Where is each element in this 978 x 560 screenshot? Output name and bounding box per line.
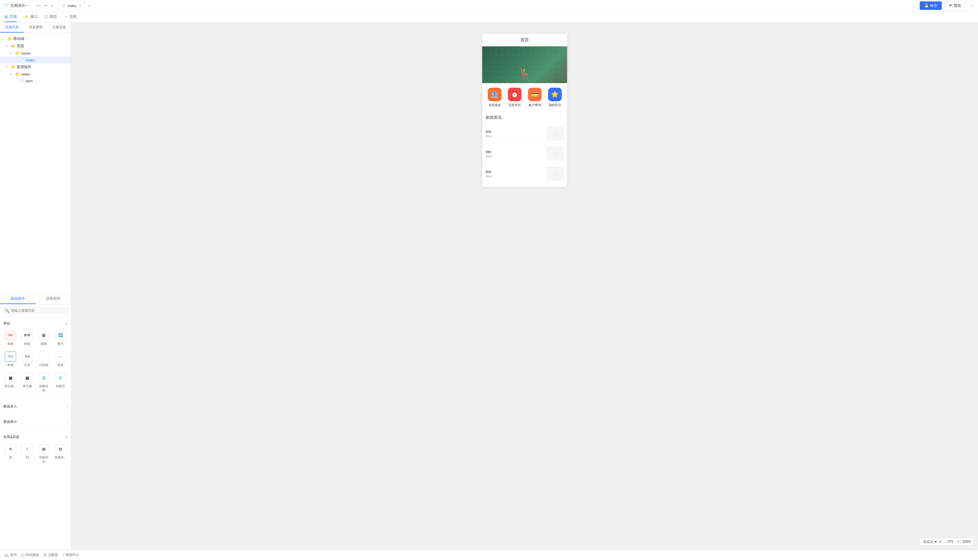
section-divider-1: [0, 399, 71, 399]
tree-folder-news-icon: 📁: [15, 72, 20, 77]
bottom-left: 📖 读书 { } 代码预览 ☰ 元数据 ? 帮助中心: [5, 553, 79, 557]
comp-section-layout-title: 布局&容器: [3, 435, 19, 440]
news-item-2[interactable]: title desc ⬚: [486, 144, 564, 164]
zoom-percent-label: 100%: [962, 540, 971, 543]
comp-item-col[interactable]: ⫶ 列: [20, 442, 35, 465]
zoom-preset-select[interactable]: 自定义: [922, 539, 938, 544]
tab-element-layer[interactable]: 元素层级: [47, 23, 71, 33]
tab-page-logic[interactable]: 页面逻辑: [24, 23, 48, 33]
comp-section-data-display-title: 数据展示: [3, 420, 17, 424]
comp-item-row[interactable]: ≡ 排: [3, 442, 18, 465]
bottom-item-read[interactable]: 📖 读书: [5, 553, 17, 557]
comp-section-basic-title: 基础: [3, 321, 10, 326]
save-icon: 💾: [924, 3, 929, 8]
single-grid-full-label: 单元格...: [5, 384, 17, 388]
comp-section-data-entry-header[interactable]: 数据录入 ›: [3, 402, 68, 411]
subnav-page-label: 页面: [10, 14, 17, 19]
comp-item-grid-b[interactable]: ⊟ 宫格布...: [53, 442, 68, 465]
comp-collapse-layout-icon[interactable]: ∨: [65, 435, 68, 439]
api-icon: ⚡: [24, 15, 28, 19]
subnav-item-api[interactable]: ⚡ 接口: [24, 12, 38, 22]
bottom-item-help[interactable]: ? 帮助中心: [63, 553, 79, 557]
phone-title: 首页: [521, 37, 529, 42]
icon-item-my-follows[interactable]: ⭐ 我的关注: [548, 88, 562, 107]
comp-item-icon-comp[interactable]: ⊞ 图标: [37, 328, 51, 348]
icon-item-all-funds[interactable]: 🏦 全部基金: [488, 88, 501, 107]
icon-item-account-query[interactable]: 💳 账户查询: [528, 88, 542, 107]
more-button[interactable]: ···: [968, 2, 975, 10]
meta-data-icon: ☰: [43, 553, 47, 557]
load-more-label: 加载页: [56, 384, 65, 388]
search-input[interactable]: [11, 308, 67, 313]
line-icon: —: [55, 352, 66, 362]
comp-item-line[interactable]: — 线条: [53, 350, 68, 369]
subnav: ⊞ 页面 ⚡ 接口 ⬡ 模型 → 流程: [0, 11, 978, 23]
tree-arrow-home: ▾: [10, 52, 14, 55]
bottom-item-meta-data[interactable]: ☰ 元数据: [43, 553, 58, 557]
page-icon: ⊞: [5, 15, 8, 19]
icon-label-my-follows: 我的关注: [549, 103, 561, 107]
comp-item-load-more[interactable]: ⊙ 加载页: [53, 371, 68, 394]
main-layout: 页面列表 页面逻辑 元素层级 ▾ 📁 移动端 ▾ 📁 页面 ▾ 📁 home: [0, 23, 978, 550]
preview-button[interactable]: 👁 预览: [944, 1, 966, 10]
zoom-width-input[interactable]: [945, 540, 956, 543]
redo-button[interactable]: ↪: [43, 2, 49, 9]
comp-item-single-grid[interactable]: ▦ 单元格: [20, 371, 35, 394]
tree-item-mobile[interactable]: ▾ 📁 移动端: [0, 35, 71, 42]
search-icon: 🔍: [5, 308, 9, 313]
bottom-item-code-preview[interactable]: { } 代码预览: [21, 553, 39, 557]
comp-item-badge[interactable]: 99+ 角标: [3, 328, 18, 348]
tree-item-reusable[interactable]: ▾ 📁 复用组件: [0, 63, 71, 71]
tab-page-list[interactable]: 页面列表: [0, 23, 24, 33]
subnav-item-flow[interactable]: → 流程: [63, 12, 77, 22]
tab-index[interactable]: 📄 index ×: [58, 0, 85, 11]
tab-collapse-icon[interactable]: «: [51, 3, 53, 8]
zoom-arrow-icon: ∧: [939, 540, 941, 543]
news-item-3[interactable]: title desc ⬚: [486, 164, 564, 183]
comp-tab-basic[interactable]: 基础组件: [0, 294, 36, 304]
comp-collapse-basic-icon[interactable]: ∨: [65, 321, 68, 325]
load-more-icon: ⊙: [55, 373, 66, 383]
tree-item-pages[interactable]: ▾ 📁 页面: [0, 42, 71, 50]
phone-frame: 首页 🦌 🏦 全部基金 ⏰ 定投专区 💳 账户查询: [482, 34, 567, 187]
comp-item-tag[interactable]: TAG 标签: [3, 350, 18, 369]
topbar-title: 文档演示一: [10, 3, 29, 8]
comp-item-grid-a[interactable]: ⊞ 宫格布局: [37, 442, 51, 465]
comp-item-single-grid-full[interactable]: ▦ 单元格...: [3, 371, 18, 394]
tab-close-icon[interactable]: ×: [79, 4, 81, 8]
undo-button[interactable]: ↩: [36, 2, 42, 9]
tree-item-home[interactable]: ▾ 📁 home: [0, 50, 71, 57]
tree-file-item-icon: 📄: [20, 78, 25, 83]
comp-item-image[interactable]: 🖼 图片: [53, 328, 68, 348]
icon-item-fixed-invest[interactable]: ⏰ 定投专区: [508, 88, 522, 107]
news-text-2: title desc: [486, 150, 544, 158]
code-preview-label: 代码预览: [25, 553, 39, 557]
comp-item-text[interactable]: Text 文本: [20, 350, 35, 369]
news-section-title: 新闻资讯: [486, 115, 564, 120]
comp-tabs: 基础组件 业务组件: [0, 294, 71, 304]
tree-item-index[interactable]: 📄 index ···: [0, 57, 71, 63]
comp-item-button[interactable]: BTN 按钮: [20, 328, 35, 348]
model-icon: ⬡: [44, 15, 48, 19]
help-label: 帮助中心: [66, 553, 79, 557]
comp-collapse-data-display-icon[interactable]: ›: [67, 420, 68, 424]
comp-item-loading-anim[interactable]: ◎ 加载动画: [37, 371, 51, 394]
row-icon: ≡: [5, 444, 16, 454]
comp-tab-business[interactable]: 业务组件: [36, 294, 71, 304]
tree-item-news[interactable]: ▾ 📁 news: [0, 71, 71, 77]
tree-arrow-mobile: ▾: [2, 37, 6, 40]
row-label: 排: [9, 455, 12, 460]
comp-collapse-data-entry-icon[interactable]: ›: [67, 405, 68, 408]
zoom-close-icon[interactable]: ×: [957, 540, 959, 543]
subnav-item-model[interactable]: ⬡ 模型: [44, 12, 57, 22]
tab-file-icon: 📄: [62, 4, 66, 8]
comp-section-data-display-header[interactable]: 数据展示 ›: [3, 418, 68, 426]
icon-comp-label: 图标: [41, 342, 47, 346]
save-button[interactable]: 💾 保存: [920, 2, 942, 10]
more-tabs-icon[interactable]: »: [88, 3, 90, 8]
news-item-1[interactable]: title desc ⬚: [486, 123, 564, 144]
comp-item-divider[interactable]: ··· 分割线: [37, 350, 51, 369]
subnav-model-label: 模型: [50, 14, 57, 19]
tree-item-item[interactable]: 📄 item: [0, 77, 71, 84]
subnav-item-page[interactable]: ⊞ 页面: [5, 12, 17, 22]
